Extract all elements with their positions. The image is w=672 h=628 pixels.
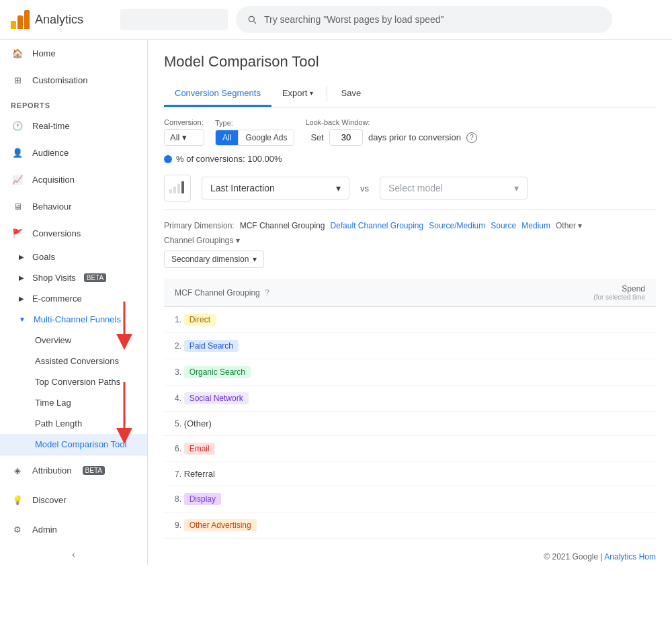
conversion-filter: Conversion: All ▾ [164,118,204,146]
multi-channel-label: Multi-Channel Funnels [34,314,121,324]
type-filter: Type: All Google Ads [215,119,294,146]
channel-tag[interactable]: Direct [184,314,216,326]
sidebar-item-overview[interactable]: Overview [0,330,147,351]
sidebar-item-behaviour[interactable]: 🖥 Behaviour [0,193,147,220]
toolbar-divider [327,86,327,102]
left-model-select[interactable]: Last Interaction ▾ [202,177,349,199]
sidebar-item-path-length[interactable]: Path Length [0,413,147,434]
sidebar-item-discover[interactable]: 💡 Discover [0,485,147,514]
sidebar-item-ecommerce[interactable]: ▶ E-commerce [0,288,147,309]
sidebar-item-time-lag[interactable]: Time Lag [0,392,147,413]
right-model-select[interactable]: Select model ▾ [380,177,528,199]
bottom-nav: ◈ Attribution BETA 💡 Discover ⚙ Admin ‹ [0,455,147,565]
row-number: 9. [175,521,181,530]
sidebar-item-top-conversion-paths[interactable]: Top Conversion Paths [0,371,147,392]
channel-cell[interactable]: 1. Direct [164,307,466,333]
sidebar-item-realtime[interactable]: 🕐 Real-time [0,112,147,139]
row-number: 1. [175,315,181,324]
grid-icon: ⊞ [11,73,24,87]
secondary-dimension-label: Secondary dimension [171,255,249,264]
channel-tag[interactable]: Organic Search [184,366,251,378]
sidebar-item-home[interactable]: 🏠 Home [0,40,147,66]
dim-link-channel-groupings[interactable]: Channel Groupings ▾ [164,236,240,245]
conversion-dropdown-arrow: ▾ [182,132,187,142]
main-layout: 🏠 Home ⊞ Customisation REPORTS 🕐 Real-ti… [0,40,672,628]
row-number: 4. [175,394,181,403]
table-row: 7. Referral [164,462,656,486]
dim-link-medium[interactable]: Medium [521,221,550,230]
goals-label: Goals [32,252,55,262]
collapse-sidebar-button[interactable]: ‹ [0,544,147,565]
sidebar-item-attribution[interactable]: ◈ Attribution BETA [0,455,147,485]
channel-cell[interactable]: 8. Display [164,486,466,512]
dim-link-source-medium[interactable]: Source/Medium [429,221,485,230]
spend-cell [466,486,656,512]
spend-cell [466,462,656,486]
app-title: Analytics [35,13,83,27]
account-selector[interactable] [120,9,228,30]
search-bar[interactable]: Try searching "Worst pages by load speed… [236,6,612,33]
channel-tag[interactable]: Paid Search [184,340,239,352]
sidebar-item-goals[interactable]: ▶ Goals [0,246,147,267]
row-number: 7. [175,469,181,479]
col1-help[interactable]: ? [265,288,269,298]
channel-cell[interactable]: 7. Referral [164,462,466,486]
vs-label: vs [360,183,369,193]
channel-tag[interactable]: Other Advertising [184,519,257,531]
ecommerce-label: E-commerce [32,294,82,304]
dim-link-source[interactable]: Source [491,221,516,230]
sidebar: 🏠 Home ⊞ Customisation REPORTS 🕐 Real-ti… [0,40,148,565]
help-icon[interactable]: ? [466,132,477,143]
conversion-pct-row: % of conversions: 100.00% [164,154,656,164]
sidebar-item-admin[interactable]: ⚙ Admin [0,514,147,544]
spend-cell [466,512,656,539]
gear-icon: ⚙ [11,523,24,536]
sidebar-item-conversions[interactable]: 🚩 Conversions [0,220,147,246]
lookback-input[interactable] [329,129,363,146]
type-google-ads-button[interactable]: Google Ads [238,130,294,145]
conversion-label: Conversion: [164,118,204,126]
attribution-icon: ◈ [11,463,24,477]
row-number: 6. [175,444,181,453]
save-button[interactable]: Save [330,81,372,107]
dim-link-other[interactable]: Other ▾ [556,221,582,230]
channel-tag[interactable]: Display [184,493,221,505]
conversion-select[interactable]: All ▾ [164,129,204,146]
lookback-row: Set days prior to conversion ? [310,129,477,146]
channel-tag[interactable]: Social Network [184,392,249,404]
channel-tag[interactable]: Email [184,443,215,455]
conversion-segments-button[interactable]: Conversion Segments [164,81,271,107]
logo-area: Analytics [11,10,112,29]
export-button[interactable]: Export ▾ [271,81,325,107]
channel-cell[interactable]: 2. Paid Search [164,333,466,359]
channel-cell[interactable]: 3. Organic Search [164,359,466,386]
sec-dim-dropdown-arrow: ▾ [253,255,257,264]
channel-cell[interactable]: 6. Email [164,436,466,462]
channel-cell[interactable]: 9. Other Advertising [164,512,466,539]
analytics-home-link[interactable]: Analytics Hom [604,552,656,562]
model-icon [164,175,191,201]
channel-cell[interactable]: 5. (Other) [164,412,466,436]
table-row: 1. Direct [164,307,656,333]
table-row: 5. (Other) [164,412,656,436]
primary-dimension-active[interactable]: MCF Channel Grouping [240,221,325,230]
sidebar-item-model-comparison[interactable]: Model Comparison Tool [0,434,147,455]
right-model-dropdown-arrow: ▾ [514,183,519,193]
flag-icon: 🚩 [11,226,24,240]
channel-cell[interactable]: 4. Social Network [164,386,466,412]
sidebar-item-shop-visits[interactable]: ▶ Shop Visits BETA [0,267,147,288]
sidebar-item-assisted-conversions[interactable]: Assisted Conversions [0,351,147,371]
lookback-set-label: Set [310,132,324,142]
row-number: 5. [175,419,181,429]
sidebar-item-multi-channel[interactable]: ▼ Multi-Channel Funnels [0,309,147,330]
secondary-dimension-select[interactable]: Secondary dimension ▾ [164,251,264,268]
svg-rect-6 [177,184,180,193]
type-all-button[interactable]: All [216,130,238,145]
table-row: 8. Display [164,486,656,512]
dim-link-default-channel[interactable]: Default Channel Grouping [330,221,423,230]
sidebar-item-customisation[interactable]: ⊞ Customisation [0,66,147,93]
content-area: Model Comparison Tool Conversion Segment… [148,40,672,628]
search-icon [247,14,257,25]
sidebar-item-acquisition[interactable]: 📈 Acquisition [0,166,147,193]
sidebar-item-audience[interactable]: 👤 Audience [0,139,147,166]
